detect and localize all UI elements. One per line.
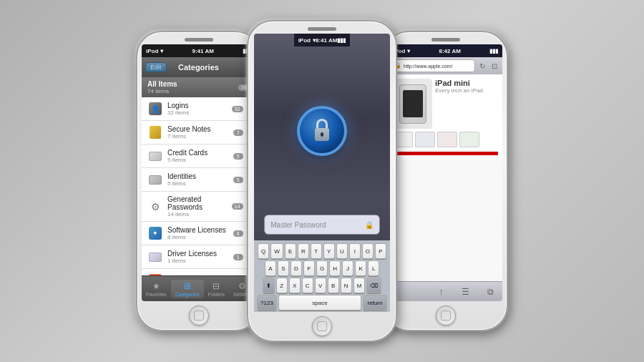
speaker-left: [185, 38, 213, 41]
home-button-right[interactable]: [436, 305, 456, 326]
identities-badge: 5: [233, 177, 243, 183]
key-l[interactable]: L: [368, 260, 379, 276]
keyboard-row-2: A S D F G H J K L: [255, 260, 389, 276]
identities-count: 5 items: [167, 180, 229, 187]
key-shift[interactable]: ⬆: [263, 278, 275, 293]
url-text: http://www.apple.com/: [404, 64, 452, 69]
categories-icon: ⊞: [184, 281, 191, 291]
categories-screen: iPod ▾ 9:41 AM ▮▮▮ Edit Categories: [142, 44, 255, 301]
list-item[interactable]: Identities 5 items 5 ›: [142, 168, 255, 192]
key-x[interactable]: X: [289, 278, 301, 293]
software-licenses-badge: 8: [233, 230, 243, 237]
home-button-left[interactable]: [189, 305, 209, 326]
key-s[interactable]: S: [278, 260, 289, 276]
gen-passwords-count: 14 items: [167, 211, 228, 217]
key-a[interactable]: A: [265, 260, 276, 276]
driver-licenses-count: 1 items: [167, 258, 229, 264]
url-bar[interactable]: 🔒 http://www.apple.com/: [391, 59, 475, 72]
key-return[interactable]: return: [363, 295, 387, 310]
forward-button[interactable]: ›: [419, 287, 421, 297]
bookmarks-button[interactable]: ☰: [462, 287, 469, 297]
key-c[interactable]: C: [302, 278, 313, 293]
key-o[interactable]: O: [362, 243, 374, 259]
product-thumb-4[interactable]: [459, 132, 479, 147]
reload-button[interactable]: ↻: [477, 61, 487, 71]
back-button[interactable]: ‹: [398, 287, 401, 297]
sale-banner: [393, 152, 498, 155]
driver-licenses-name: Driver Licenses: [167, 250, 229, 258]
key-p[interactable]: P: [375, 243, 386, 259]
key-e[interactable]: E: [285, 243, 296, 259]
wifi-left: ▾: [160, 48, 163, 54]
all-items-label: All Items: [147, 80, 177, 88]
lock-keyhole: [321, 132, 323, 137]
category-list: 👤 Logins 32 items 32 ›: [142, 97, 255, 275]
key-q[interactable]: Q: [258, 243, 269, 259]
scene: iPod ▾ 9:41 AM ▮▮▮ Edit Categories: [0, 0, 644, 362]
share-button[interactable]: ↑: [439, 287, 444, 297]
key-t[interactable]: T: [311, 243, 322, 259]
key-g[interactable]: G: [316, 260, 328, 276]
home-button-center[interactable]: [312, 316, 332, 336]
credit-cards-count: 5 items: [167, 157, 229, 163]
list-item[interactable]: Credit Cards 5 items 5 ›: [142, 145, 255, 168]
folders-icon: ⊟: [213, 281, 220, 291]
toolbar-categories[interactable]: ⊞ Categories: [171, 280, 204, 298]
logins-icon: 👤: [147, 101, 163, 117]
toolbar-favorites[interactable]: ★ Favorites: [142, 280, 171, 298]
key-delete[interactable]: ⌫: [366, 278, 381, 293]
key-z[interactable]: Z: [276, 278, 288, 293]
apple-page: iPad mini Every inch an iPad.: [389, 74, 502, 160]
password-placeholder: Master Password: [270, 221, 361, 229]
bookmark-button[interactable]: ⊡: [489, 61, 499, 71]
software-licenses-icon: ✦: [147, 225, 163, 241]
gen-passwords-icon: ⚙: [147, 199, 163, 215]
key-w[interactable]: W: [270, 243, 283, 259]
list-item[interactable]: ★ Reward Programs ›: [142, 269, 255, 275]
logins-count: 32 items: [167, 109, 228, 116]
key-j[interactable]: J: [342, 260, 353, 276]
keyboard-row-1: Q W E R T Y U I O P: [255, 243, 389, 259]
toolbar-folders[interactable]: ⊟ Folders: [204, 280, 229, 298]
password-lock-icon: 🔒: [365, 221, 374, 229]
list-item[interactable]: ✦ Software Licenses 8 items 8 ›: [142, 222, 255, 245]
key-r[interactable]: R: [298, 243, 309, 259]
key-y[interactable]: Y: [323, 243, 335, 259]
lock-shackle: [316, 119, 328, 129]
key-space[interactable]: space: [278, 295, 361, 310]
carrier-left: iPod: [146, 48, 158, 54]
list-item[interactable]: Secure Notes 7 items 7 ›: [142, 121, 255, 145]
key-v[interactable]: V: [315, 278, 326, 293]
key-k[interactable]: K: [355, 260, 366, 276]
favorites-icon: ★: [152, 281, 160, 291]
key-i[interactable]: I: [349, 243, 361, 259]
key-d[interactable]: D: [291, 260, 302, 276]
key-b[interactable]: B: [328, 278, 339, 293]
product-thumb-3[interactable]: [437, 132, 457, 147]
screen-right: iPod ▾ 8:42 AM ▮▮▮ 🔒 http://www.apple.co…: [389, 44, 502, 301]
key-n[interactable]: N: [341, 278, 352, 293]
key-m[interactable]: M: [353, 278, 366, 293]
identities-icon: [147, 172, 163, 187]
lock-screen: iPod ▾ 8:41 AM ▮▮▮: [254, 34, 390, 312]
master-password-field[interactable]: Master Password 🔒: [264, 215, 380, 235]
phone-center: iPod ▾ 8:41 AM ▮▮▮: [247, 20, 397, 342]
screen-left: iPod ▾ 9:41 AM ▮▮▮ Edit Categories: [142, 44, 255, 301]
key-u[interactable]: U: [336, 243, 348, 259]
list-item[interactable]: 👤 Logins 32 items 32 ›: [142, 97, 255, 121]
all-items-header[interactable]: All Items 74 items 74: [142, 77, 255, 97]
gen-passwords-name: Generated Passwords: [167, 195, 228, 211]
categories-label: Categories: [175, 292, 200, 297]
key-num[interactable]: ?123: [257, 295, 277, 310]
edit-button[interactable]: Edit: [145, 62, 167, 72]
product-thumb-2[interactable]: [415, 132, 435, 147]
tabs-button[interactable]: ⧉: [487, 287, 494, 297]
software-licenses-name: Software Licenses: [167, 226, 229, 234]
time-left: 9:41 AM: [192, 48, 213, 54]
gen-passwords-badge: 14: [232, 203, 243, 210]
list-item[interactable]: Driver Licenses 1 items 1 ›: [142, 245, 255, 269]
key-h[interactable]: H: [329, 260, 341, 276]
list-item[interactable]: ⚙ Generated Passwords 14 items 14 ›: [142, 192, 255, 222]
key-f[interactable]: F: [303, 260, 315, 276]
battery-right: ▮▮▮: [489, 48, 498, 54]
